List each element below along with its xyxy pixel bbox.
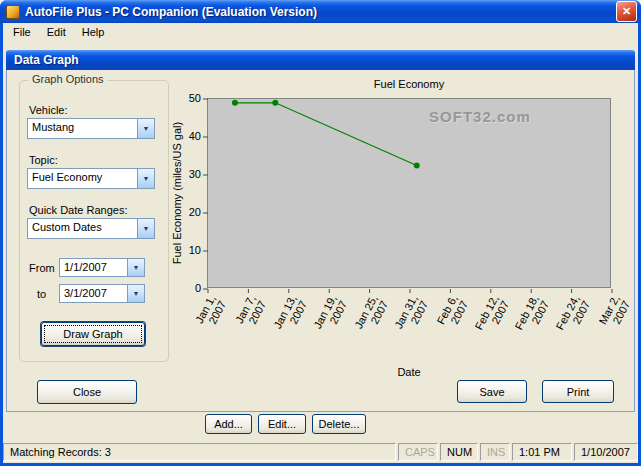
- watermark: SOFT32.com: [429, 108, 531, 125]
- window-close-button[interactable]: ✕: [616, 1, 637, 22]
- menu-help[interactable]: Help: [74, 23, 113, 42]
- y-axis-tick-label: 30: [169, 168, 201, 180]
- from-label: From: [29, 262, 55, 274]
- to-date-value: 3/1/2007: [60, 285, 127, 302]
- add-button[interactable]: Add...: [205, 414, 252, 434]
- menu-edit[interactable]: Edit: [39, 23, 74, 42]
- graph-options-legend: Graph Options: [28, 73, 108, 85]
- window-title: AutoFile Plus - PC Companion (Evaluation…: [25, 5, 611, 19]
- vehicle-value: Mustang: [28, 119, 137, 138]
- dropdown-arrow-icon[interactable]: ▼: [137, 169, 154, 188]
- to-date-select[interactable]: 3/1/2007 ▼: [59, 284, 145, 303]
- from-date-select[interactable]: 1/1/2007 ▼: [59, 258, 145, 277]
- data-graph-content: Graph Options Vehicle: Mustang ▼ Topic: …: [6, 70, 635, 412]
- date-range-value: Custom Dates: [28, 219, 137, 238]
- status-date: 1/10/2007: [574, 443, 638, 461]
- y-axis-tick-label: 10: [169, 244, 201, 256]
- chart-canvas: [208, 99, 612, 289]
- close-button[interactable]: Close: [37, 380, 137, 404]
- data-graph-title: Data Graph: [14, 53, 79, 67]
- dropdown-arrow-icon[interactable]: ▼: [137, 219, 154, 238]
- data-graph-titlebar[interactable]: Data Graph: [6, 50, 635, 70]
- vehicle-select[interactable]: Mustang ▼: [27, 118, 155, 139]
- menu-bar: File Edit Help: [3, 23, 638, 42]
- window-titlebar[interactable]: AutoFile Plus - PC Companion (Evaluation…: [0, 0, 641, 23]
- status-message: Matching Records: 3: [3, 443, 396, 461]
- data-point: [272, 100, 278, 106]
- chart-plot-area: SOFT32.com: [207, 98, 611, 288]
- app-window: AutoFile Plus - PC Companion (Evaluation…: [0, 0, 641, 466]
- client-area: Data Graph Graph Options Vehicle: Mustan…: [3, 42, 638, 440]
- draw-graph-button[interactable]: Draw Graph: [41, 322, 145, 346]
- vehicle-label: Vehicle:: [29, 104, 68, 116]
- date-range-select[interactable]: Custom Dates ▼: [27, 218, 155, 239]
- date-range-label: Quick Date Ranges:: [29, 204, 127, 216]
- status-caps-indicator: CAPS: [398, 443, 438, 461]
- menu-file[interactable]: File: [5, 23, 39, 42]
- to-label: to: [37, 288, 46, 300]
- from-date-value: 1/1/2007: [60, 259, 127, 276]
- dropdown-arrow-icon[interactable]: ▼: [137, 119, 154, 138]
- dropdown-arrow-icon[interactable]: ▼: [127, 259, 144, 276]
- status-num-indicator: NUM: [440, 443, 478, 461]
- data-point: [414, 163, 420, 169]
- topic-label: Topic:: [29, 154, 58, 166]
- data-graph-window: Data Graph Graph Options Vehicle: Mustan…: [6, 50, 635, 412]
- y-axis-tick-label: 50: [169, 92, 201, 104]
- topic-select[interactable]: Fuel Economy ▼: [27, 168, 155, 189]
- status-time: 1:01 PM: [512, 443, 572, 461]
- app-icon: [6, 5, 20, 19]
- chart-title: Fuel Economy: [207, 78, 611, 90]
- status-bar: Matching Records: 3 CAPS NUM INS 1:01 PM…: [3, 440, 638, 463]
- y-axis-tick-label: 20: [169, 206, 201, 218]
- series-line: [235, 103, 417, 166]
- edit-button[interactable]: Edit...: [258, 414, 306, 434]
- delete-button[interactable]: Delete...: [312, 414, 366, 434]
- y-axis-title: Fuel Economy (miles/US gal): [171, 122, 183, 264]
- topic-value: Fuel Economy: [28, 169, 137, 188]
- status-ins-indicator: INS: [480, 443, 510, 461]
- dropdown-arrow-icon[interactable]: ▼: [127, 285, 144, 302]
- data-point: [232, 100, 238, 106]
- y-axis-tick-label: 0: [169, 282, 201, 294]
- y-axis-tick-label: 40: [169, 130, 201, 142]
- close-icon: ✕: [622, 5, 631, 18]
